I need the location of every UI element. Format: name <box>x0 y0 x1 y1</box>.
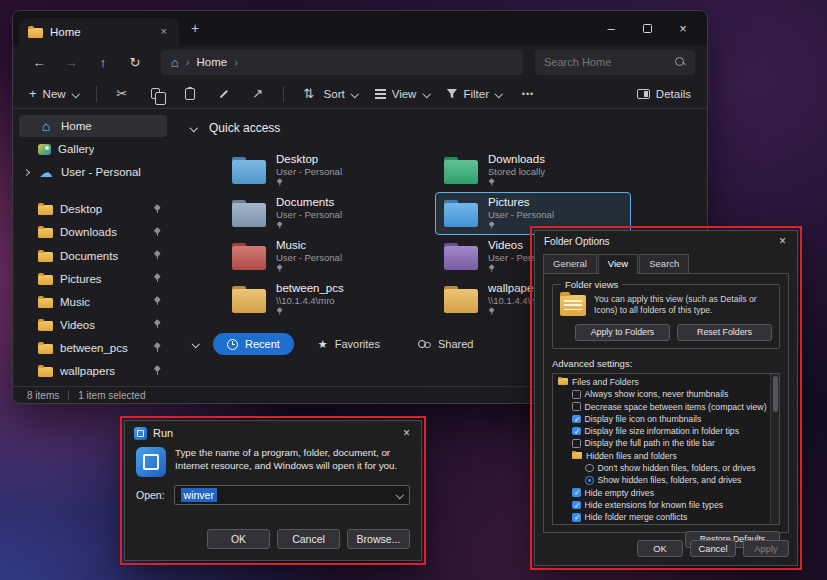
sidebar-item[interactable]: Videos <box>19 314 167 336</box>
folder-item[interactable]: between_pcs \\10.1.4.4\mro <box>223 278 419 321</box>
setting-row[interactable]: Decrease space between items (compact vi… <box>555 400 767 412</box>
pin-icon <box>153 205 161 214</box>
search-box[interactable] <box>535 50 695 75</box>
folder-item[interactable]: Pictures User - Personal <box>435 192 631 235</box>
folder-item[interactable]: Documents User - Personal <box>223 192 419 235</box>
paste-button[interactable] <box>181 85 199 103</box>
reset-folders-button[interactable]: Reset Folders <box>677 324 772 341</box>
ok-button[interactable]: OK <box>637 540 683 557</box>
tab-folder-icon <box>28 28 43 38</box>
checkbox[interactable] <box>572 513 581 522</box>
setting-row[interactable]: Files and Folders <box>555 376 767 388</box>
forward-button[interactable]: → <box>57 49 85 75</box>
setting-row[interactable]: Display file icon on thumbnails <box>555 413 767 425</box>
folder-item[interactable]: Music User - Personal <box>223 235 419 278</box>
open-value[interactable]: winver <box>181 488 217 502</box>
sidebar-item[interactable]: User - Personal <box>19 161 167 183</box>
tab-close-icon[interactable]: × <box>158 25 170 38</box>
copy-button[interactable] <box>147 85 165 103</box>
tab[interactable]: View <box>598 254 638 274</box>
sidebar-item-label: wallpapers <box>60 365 115 377</box>
checkbox[interactable] <box>572 439 581 448</box>
folder-text: Pictures User - Personal <box>488 196 554 231</box>
rename-button[interactable] <box>215 85 233 103</box>
cancel-button[interactable]: Cancel <box>690 540 736 557</box>
new-button[interactable]: + New <box>29 87 80 100</box>
quick-access-header[interactable]: Quick access <box>189 119 691 137</box>
tab[interactable]: General <box>543 254 597 273</box>
setting-row[interactable]: Hide folder merge conflicts <box>555 511 767 523</box>
sidebar-item-icon <box>38 228 53 238</box>
ok-button[interactable]: OK <box>207 529 270 549</box>
checkbox[interactable] <box>572 501 581 510</box>
setting-row[interactable]: Hide extensions for known file types <box>555 499 767 511</box>
setting-row[interactable]: Display the full path in the title bar <box>555 437 767 449</box>
breadcrumb[interactable]: ⌂ › Home › <box>161 50 523 75</box>
setting-row[interactable]: Always show icons, never thumbnails <box>555 388 767 400</box>
maximize-button[interactable] <box>629 14 665 42</box>
folder-name: Pictures <box>488 196 554 209</box>
open-combobox[interactable]: winver <box>174 485 410 505</box>
close-icon[interactable]: × <box>777 235 788 247</box>
up-button[interactable]: ↑ <box>89 49 117 75</box>
details-button[interactable]: Details <box>637 88 691 100</box>
explorer-tab-home[interactable]: Home × <box>19 18 179 45</box>
close-icon[interactable]: × <box>401 427 412 439</box>
checkbox[interactable] <box>572 390 581 399</box>
back-button[interactable]: ← <box>25 49 53 75</box>
desktop-wallpaper: Home × + – × ← → ↑ ↻ ⌂ › Home › <box>0 0 827 580</box>
sidebar-item[interactable]: Desktop <box>19 198 167 220</box>
apply-to-folders-button[interactable]: Apply to Folders <box>575 324 670 341</box>
chevron-down-icon[interactable] <box>191 340 199 348</box>
pin-icon <box>276 265 283 273</box>
filter-button[interactable]: Filter <box>446 88 503 100</box>
breadcrumb-segment-home[interactable]: Home <box>197 56 228 68</box>
checkbox[interactable] <box>572 488 581 497</box>
section-pill[interactable]: Shared <box>404 333 487 355</box>
section-pill[interactable]: Recent <box>213 333 294 355</box>
sidebar-item[interactable]: between_pcs <box>19 337 167 359</box>
folder-options-dialog: Folder Options × General View Search Fol… <box>534 230 798 566</box>
checkbox[interactable] <box>572 427 581 436</box>
tab[interactable]: Search <box>639 254 689 273</box>
checkbox[interactable] <box>572 415 581 424</box>
sidebar-item[interactable]: Downloads <box>19 221 167 243</box>
browse-button[interactable]: Browse... <box>347 529 410 549</box>
chevron-down-icon[interactable] <box>395 491 403 499</box>
scrollbar[interactable] <box>770 374 779 524</box>
sidebar-item[interactable]: Music <box>19 291 167 313</box>
new-tab-button[interactable]: + <box>183 16 207 40</box>
checkbox[interactable] <box>572 402 581 411</box>
sidebar-item[interactable]: Gallery <box>19 138 167 160</box>
sidebar-item[interactable]: Documents <box>19 244 167 266</box>
section-pill[interactable]: Favorites <box>304 333 394 355</box>
chevron-down-icon <box>422 90 430 98</box>
minimize-button[interactable]: – <box>593 14 629 42</box>
share-button[interactable]: ↗ <box>249 85 267 103</box>
setting-row[interactable]: Display file size information in folder … <box>555 425 767 437</box>
see-more-button[interactable]: ••• <box>519 85 537 103</box>
sidebar-item[interactable]: wallpapers <box>19 360 167 382</box>
chevron-down-icon[interactable] <box>189 124 197 132</box>
folder-item[interactable]: Desktop User - Personal <box>223 149 419 192</box>
chevron-right-icon[interactable] <box>23 168 31 176</box>
close-button[interactable]: × <box>665 14 701 42</box>
radio-button[interactable] <box>585 476 594 485</box>
sort-button[interactable]: ⇅ Sort <box>300 85 359 103</box>
setting-row[interactable]: Show hidden files, folders, and drives <box>555 474 767 486</box>
cancel-button[interactable]: Cancel <box>277 529 340 549</box>
radio-button[interactable] <box>585 464 594 473</box>
view-button[interactable]: View <box>375 88 431 100</box>
refresh-button[interactable]: ↻ <box>121 49 149 75</box>
setting-row[interactable]: Hide empty drives <box>555 487 767 499</box>
setting-row[interactable]: Hidden files and folders <box>555 450 767 462</box>
sidebar-item[interactable]: Home <box>19 115 167 137</box>
sidebar-item[interactable]: Pictures <box>19 268 167 290</box>
folder-item[interactable]: Downloads Stored locally <box>435 149 631 192</box>
cut-button[interactable]: ✂ <box>113 85 131 103</box>
scrollbar-thumb[interactable] <box>773 376 778 412</box>
apply-button[interactable]: Apply <box>743 540 789 557</box>
setting-label: Display file size information in folder … <box>585 426 740 436</box>
search-input[interactable] <box>544 56 669 68</box>
setting-row[interactable]: Don't show hidden files, folders, or dri… <box>555 462 767 474</box>
